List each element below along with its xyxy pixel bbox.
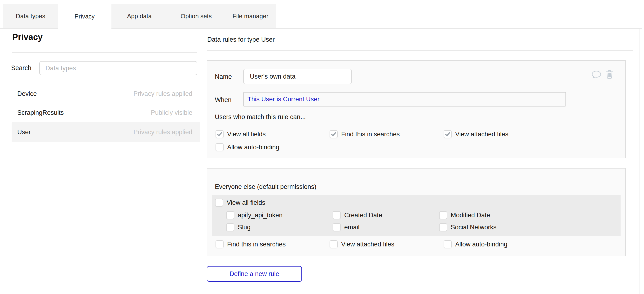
privacy-rule-card: Name When This User is Current User Use [207, 60, 626, 158]
checkbox-box[interactable] [216, 143, 224, 151]
checkbox-box[interactable] [439, 211, 447, 219]
checkbox-label: Allow auto-binding [455, 241, 508, 248]
checkbox-find-this-in-searches[interactable]: Find this in searches [330, 130, 400, 138]
heading-divider [207, 50, 633, 51]
checkbox-box[interactable] [215, 199, 223, 207]
checkbox-allow-auto-binding[interactable]: Allow auto-binding [216, 143, 280, 151]
checkbox-view-all-fields[interactable]: View all fields [216, 130, 266, 138]
tab-app-data[interactable]: App data [112, 4, 167, 28]
data-type-name: User [17, 129, 31, 136]
default-permissions-card: Everyone else (default permissions) View… [207, 168, 626, 256]
checkbox-box[interactable] [439, 223, 447, 231]
checkbox-box[interactable] [444, 130, 452, 138]
checkbox-view-attached-files-default[interactable]: View attached files [330, 240, 394, 248]
data-type-name: Device [17, 90, 37, 98]
tab-privacy[interactable]: Privacy [58, 4, 112, 29]
checkbox-box[interactable] [333, 223, 341, 231]
rule-name-input[interactable] [243, 69, 352, 84]
checkbox-label: Social Networks [451, 224, 496, 231]
checkbox-field-email[interactable]: email [333, 223, 360, 231]
checkbox-label: Find this in searches [227, 241, 286, 248]
checkbox-label: Slug [238, 224, 250, 231]
rule-actions [592, 70, 614, 79]
checkbox-label: Created Date [344, 212, 382, 219]
checkbox-label: View all fields [227, 199, 265, 206]
name-label: Name [215, 73, 232, 81]
page-title: Privacy [12, 32, 42, 42]
checkbox-box[interactable] [226, 211, 234, 219]
checkbox-label: View attached files [341, 241, 394, 248]
checkbox-view-attached-files[interactable]: View attached files [444, 130, 508, 138]
search-input[interactable] [39, 61, 197, 75]
data-type-row-scrapingresults[interactable]: ScrapingResults Publicly visible [12, 103, 200, 122]
checkbox-view-all-fields-default[interactable]: View all fields [215, 199, 265, 207]
data-type-row-device[interactable]: Device Privacy rules applied [12, 84, 200, 103]
default-permissions-title: Everyone else (default permissions) [215, 183, 316, 191]
checkbox-field-social-networks[interactable]: Social Networks [439, 223, 496, 231]
data-type-status: Publicly visible [151, 109, 192, 116]
data-type-status: Privacy rules applied [134, 90, 192, 98]
checkbox-field-modified-date[interactable]: Modified Date [439, 211, 490, 219]
checkbox-allow-auto-binding-default[interactable]: Allow auto-binding [444, 240, 508, 248]
tab-data-types[interactable]: Data types [3, 4, 58, 28]
checkbox-box[interactable] [333, 211, 341, 219]
when-label: When [215, 96, 232, 104]
tab-bar: Data types Privacy App data Option sets … [3, 4, 276, 29]
define-new-rule-button[interactable]: Define a new rule [207, 266, 302, 282]
tab-file-manager[interactable]: File manager [225, 4, 276, 28]
when-condition-link[interactable]: This User is Current User [248, 96, 320, 103]
comment-icon[interactable] [592, 70, 602, 79]
checkbox-label: email [344, 224, 360, 231]
trash-icon[interactable] [606, 70, 614, 79]
checkbox-label: View all fields [227, 131, 266, 138]
data-type-status: Privacy rules applied [134, 129, 192, 136]
checkbox-box[interactable] [444, 240, 452, 248]
permissions-intro: Users who match this rule can... [215, 113, 306, 121]
checkbox-label: View attached files [455, 131, 508, 138]
checkbox-box[interactable] [226, 223, 234, 231]
checkbox-find-this-in-searches-default[interactable]: Find this in searches [216, 240, 286, 248]
checkbox-box[interactable] [330, 130, 338, 138]
checkbox-label: Allow auto-binding [227, 144, 280, 151]
checkbox-field-apify-api-token[interactable]: apify_api_token [226, 211, 282, 219]
check-icon [445, 131, 450, 137]
checkbox-label: Modified Date [451, 212, 490, 219]
tab-option-sets[interactable]: Option sets [167, 4, 225, 28]
checkbox-label: Find this in searches [341, 131, 400, 138]
checkbox-box[interactable] [216, 130, 224, 138]
checkbox-label: apify_api_token [238, 212, 282, 219]
search-label: Search [11, 64, 32, 72]
when-condition-box[interactable]: This User is Current User [243, 92, 566, 107]
checkbox-box[interactable] [330, 240, 338, 248]
panel-right-border [639, 28, 640, 294]
data-type-row-user[interactable]: User Privacy rules applied [12, 122, 200, 142]
check-icon [331, 131, 336, 137]
checkbox-field-created-date[interactable]: Created Date [333, 211, 382, 219]
privacy-settings-page: Data types Privacy App data Option sets … [0, 0, 644, 294]
sidebar-divider [12, 52, 197, 53]
data-rules-heading: Data rules for type User [207, 36, 275, 43]
check-icon [217, 131, 222, 137]
data-type-name: ScrapingResults [17, 109, 64, 116]
checkbox-box[interactable] [216, 240, 224, 248]
checkbox-field-slug[interactable]: Slug [226, 223, 250, 231]
